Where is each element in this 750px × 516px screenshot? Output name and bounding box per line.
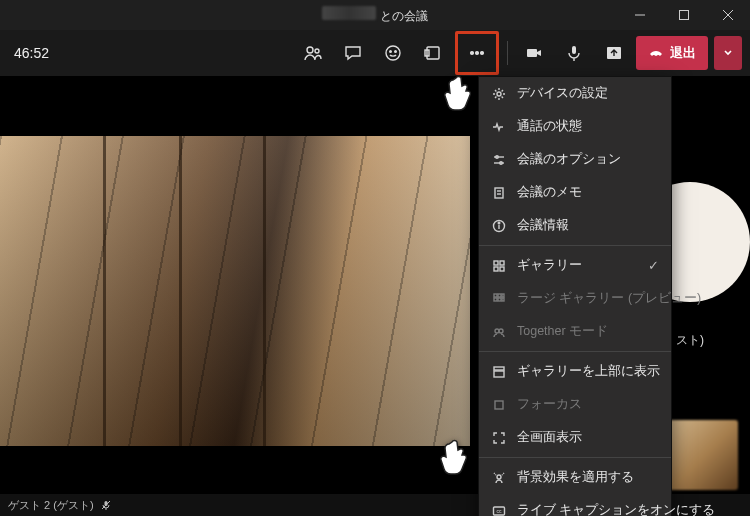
mic-muted-icon	[100, 499, 112, 511]
people-button[interactable]	[295, 35, 331, 71]
together-icon	[491, 324, 507, 340]
svg-rect-44	[495, 401, 503, 409]
menu-fullscreen[interactable]: 全画面表示	[479, 421, 671, 454]
info-icon	[491, 218, 507, 234]
gallery-top-icon	[491, 364, 507, 380]
svg-point-8	[395, 51, 397, 53]
pulse-icon	[491, 119, 507, 135]
svg-rect-1	[680, 11, 689, 20]
close-button[interactable]	[706, 0, 750, 30]
minimize-button[interactable]	[618, 0, 662, 30]
large-grid-icon	[491, 291, 507, 307]
maximize-button[interactable]	[662, 0, 706, 30]
svg-point-29	[498, 222, 500, 224]
svg-rect-37	[494, 298, 497, 301]
toolbar-divider	[507, 41, 508, 65]
menu-meeting-options[interactable]: 会議のオプション	[479, 143, 671, 176]
participant-name-label: スト)	[670, 330, 710, 351]
svg-rect-24	[495, 188, 503, 198]
window-titlebar: との会議	[0, 0, 750, 30]
more-actions-menu: デバイスの設定 通話の状態 会議のオプション 会議のメモ 会議情報 ギャラリー …	[478, 76, 672, 516]
grid-icon	[491, 258, 507, 274]
menu-meeting-info[interactable]: 会議情報	[479, 209, 671, 242]
svg-rect-38	[498, 298, 501, 301]
check-icon: ✓	[648, 258, 659, 273]
svg-rect-42	[494, 367, 504, 370]
svg-rect-14	[527, 49, 537, 57]
svg-point-5	[315, 49, 319, 53]
bottom-participant-label: ゲスト 2 (ゲスト)	[8, 498, 94, 513]
background-icon	[491, 470, 507, 486]
menu-call-health[interactable]: 通話の状態	[479, 110, 671, 143]
svg-point-41	[499, 329, 503, 333]
svg-rect-15	[572, 46, 576, 54]
window-controls	[618, 0, 750, 30]
main-video-tile[interactable]	[0, 136, 470, 446]
leave-button[interactable]: 退出	[636, 36, 708, 70]
svg-point-19	[497, 92, 501, 96]
svg-point-12	[476, 52, 479, 55]
svg-rect-35	[498, 294, 501, 297]
more-actions-highlight	[455, 31, 499, 75]
svg-rect-31	[500, 261, 504, 265]
svg-point-11	[471, 52, 474, 55]
menu-device-settings[interactable]: デバイスの設定	[479, 77, 671, 110]
cc-icon: cc	[491, 503, 507, 517]
call-timer: 46:52	[14, 45, 49, 61]
svg-point-45	[497, 475, 501, 479]
share-button[interactable]	[596, 35, 632, 71]
menu-gallery-top[interactable]: ギャラリーを上部に表示	[479, 355, 671, 388]
fullscreen-icon	[491, 430, 507, 446]
sliders-icon	[491, 152, 507, 168]
chat-button[interactable]	[335, 35, 371, 71]
svg-rect-30	[494, 261, 498, 265]
notes-icon	[491, 185, 507, 201]
svg-rect-39	[502, 298, 504, 301]
menu-live-captions[interactable]: cc ライブ キャプションをオンにする	[479, 494, 671, 516]
menu-background-effects[interactable]: 背景効果を適用する	[479, 461, 671, 494]
menu-together-mode: Together モード	[479, 315, 671, 348]
menu-meeting-notes[interactable]: 会議のメモ	[479, 176, 671, 209]
menu-focus: フォーカス	[479, 388, 671, 421]
rooms-button[interactable]	[415, 35, 451, 71]
menu-separator	[479, 457, 671, 458]
more-actions-button[interactable]	[459, 35, 495, 71]
reactions-button[interactable]	[375, 35, 411, 71]
menu-gallery[interactable]: ギャラリー ✓	[479, 249, 671, 282]
window-title: との会議	[322, 6, 428, 25]
camera-button[interactable]	[516, 35, 552, 71]
menu-large-gallery: ラージ ギャラリー (プレビュー)	[479, 282, 671, 315]
leave-chevron-button[interactable]	[714, 36, 742, 70]
meeting-toolbar: 46:52 退出	[0, 30, 750, 76]
leave-label: 退出	[670, 44, 696, 62]
svg-rect-34	[494, 294, 497, 297]
svg-point-13	[481, 52, 484, 55]
svg-rect-33	[500, 267, 504, 271]
menu-separator	[479, 351, 671, 352]
hangup-icon	[648, 45, 664, 61]
svg-point-7	[390, 51, 392, 53]
svg-point-6	[386, 46, 400, 60]
svg-text:cc: cc	[497, 508, 503, 514]
svg-rect-36	[502, 294, 504, 297]
mic-button[interactable]	[556, 35, 592, 71]
svg-line-46	[494, 473, 496, 475]
svg-rect-32	[494, 267, 498, 271]
focus-icon	[491, 397, 507, 413]
svg-point-4	[307, 47, 313, 53]
svg-line-47	[502, 473, 504, 475]
menu-separator	[479, 245, 671, 246]
svg-rect-43	[494, 371, 504, 377]
gear-icon	[491, 86, 507, 102]
